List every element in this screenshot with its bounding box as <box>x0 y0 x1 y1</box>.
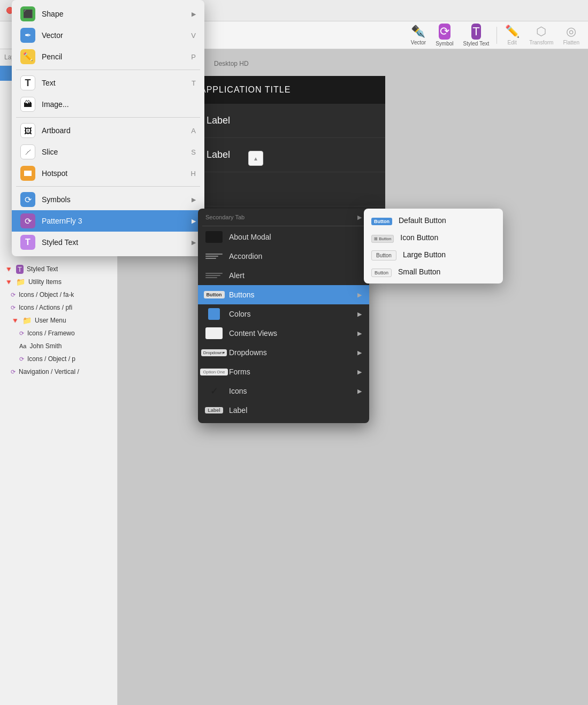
small-btn-inner: Button <box>371 269 392 277</box>
button-icon-inner: Button <box>204 291 225 298</box>
vector-tool-button[interactable]: ✒️ Vector <box>407 22 430 48</box>
secondary-tab-label: Secondary Tab <box>205 214 245 220</box>
menu-item-colors[interactable]: Colors ▶ <box>198 304 369 324</box>
menu-item-image[interactable]: 🏔 Image... <box>12 94 204 115</box>
dropdowns-label: Dropdowns <box>229 348 267 357</box>
menu-item-artboard[interactable]: 🖼 Artboard A <box>12 120 204 141</box>
hotspot-menu-icon <box>20 166 35 181</box>
symbol-icon-fw: ⟳ <box>19 330 24 337</box>
vector-shortcut: V <box>191 32 196 40</box>
menu-item-small-button[interactable]: Button Small Button <box>364 263 503 280</box>
menu-sep-3 <box>16 186 200 187</box>
patternfly-icon: ⟳ <box>25 216 32 226</box>
toolbar-separator-3 <box>497 27 497 44</box>
menu-item-styled-text[interactable]: T Styled Text ▶ <box>12 232 204 253</box>
default-button-icon: Button <box>371 216 392 225</box>
flatten-icon: ◎ <box>566 25 576 39</box>
navigation-vertical-layer[interactable]: ⟳ Navigation / Vertical / <box>0 365 117 378</box>
icons-framework-layer[interactable]: ⟳ Icons / Framewo <box>0 327 117 340</box>
menu-item-shape[interactable]: ⬛ Shape ▶ <box>12 3 204 25</box>
symbol-tool-button[interactable]: ⟳ Symbol <box>431 21 457 49</box>
scroll-up-btn[interactable]: ▲ <box>248 151 263 166</box>
icons-object-p-layer[interactable]: ⟳ Icons / Object / p <box>0 352 117 365</box>
menu-item-slice[interactable]: ⟋ Slice S <box>12 141 204 163</box>
text-shortcut: T <box>192 79 196 87</box>
vector-menu-icon: ✒ <box>20 28 35 43</box>
forms-inner: Option One <box>200 369 228 376</box>
content-white-box <box>205 327 223 339</box>
symbol-icon-nav: ⟳ <box>11 369 16 376</box>
content-views-label: Content Views <box>229 329 277 338</box>
menu-item-hotspot[interactable]: Hotspot H <box>12 163 204 184</box>
icons-arrow: ▶ <box>357 388 362 395</box>
icons-object-fak-layer[interactable]: ⟳ Icons / Object / fa-k <box>0 288 117 301</box>
menu-item-pencil[interactable]: ✏️ Pencil P <box>12 46 204 67</box>
shape-arrow: ▶ <box>192 11 196 18</box>
utility-items-layer[interactable]: 🔻 📁 Utility Items <box>0 275 117 288</box>
pencil-label: Pencil <box>42 52 62 61</box>
menu-item-default-button[interactable]: Button Default Button <box>364 212 503 229</box>
john-smith-label: John Smith <box>29 342 62 350</box>
menu-item-vector[interactable]: ✒ Vector V <box>12 25 204 46</box>
symbol-icon-fak: ⟳ <box>11 292 16 298</box>
app-title: APPLICATION TITLE <box>200 85 291 95</box>
john-smith-layer[interactable]: Aa John Smith <box>0 340 117 352</box>
image-label: Image... <box>42 100 69 109</box>
styled-text-layer[interactable]: 🔻 T Styled Text <box>0 263 117 275</box>
styled-text-layer-icon: 🔻 <box>4 265 13 273</box>
symbols-label: Symbols <box>42 195 71 204</box>
small-button-label: Small Button <box>398 267 440 276</box>
styled-text-tool-button[interactable]: T Styled Text <box>459 21 493 49</box>
menu-item-forms[interactable]: Option One Forms ▶ <box>198 362 369 381</box>
styled-text-arrow: ▶ <box>192 239 196 246</box>
dropdown-inner: Dropdown▾ <box>201 349 227 356</box>
menu-item-patternfly[interactable]: ⟳ PatternFly 3 ▶ <box>12 210 204 232</box>
symbol-icon: ⟳ <box>439 24 450 40</box>
menu-item-symbols[interactable]: ⟳ Symbols ▶ <box>12 189 204 210</box>
menu-item-dropdowns[interactable]: Dropdown▾ Dropdowns ▶ <box>198 343 369 362</box>
styled-text-icon: T <box>471 24 480 40</box>
styled-text-menu-icon-t: T <box>25 237 30 247</box>
menu-item-content-views[interactable]: Content Views ▶ <box>198 324 369 343</box>
menu-item-accordion[interactable]: Accordion <box>198 247 369 266</box>
symbol-label: Symbol <box>436 41 453 47</box>
patternfly-menu-icon: ⟳ <box>20 213 35 228</box>
colors-label: Colors <box>229 310 250 318</box>
label-menu-icon: Label <box>205 404 223 416</box>
checkmark-icon: ✓ <box>210 385 218 397</box>
icons-actions-layer[interactable]: ⟳ Icons / Actions / pfi <box>0 301 117 314</box>
menu-item-text[interactable]: T Text T <box>12 72 204 94</box>
transform-button[interactable]: ⬡ Transform <box>525 22 558 48</box>
flatten-label: Flatten <box>563 40 579 45</box>
artboard-label: Desktop HD <box>214 60 249 67</box>
buttons-icon: Button <box>205 289 223 301</box>
utility-expand-icon: 🔻 <box>4 278 13 286</box>
menu-item-about-modal[interactable]: About Modal <box>198 227 369 247</box>
vector-icon: ✒️ <box>411 25 425 39</box>
menu-sep-1 <box>16 70 200 70</box>
user-menu-label: User Menu <box>35 317 66 324</box>
slice-shortcut: S <box>191 148 196 156</box>
symbols-icon: ⟳ <box>25 195 32 205</box>
menu-item-icons[interactable]: ✓ Icons ▶ <box>198 381 369 401</box>
user-menu-layer[interactable]: 🔻 📁 User Menu <box>0 314 117 327</box>
colors-arrow: ▶ <box>357 311 362 318</box>
menu-item-icon-button[interactable]: ⊞ Button Icon Button <box>364 229 503 246</box>
hotspot-icon <box>23 170 33 177</box>
dropdowns-icon: Dropdown▾ <box>205 347 223 358</box>
secondary-tab-header: Secondary Tab ▶ <box>198 212 369 225</box>
edit-button[interactable]: ✏️ Edit <box>500 22 524 48</box>
menu-item-large-button[interactable]: Button Large Button <box>364 246 503 263</box>
buttons-arrow: ▶ <box>357 292 362 298</box>
styled-text-layer-icon2: T <box>16 265 24 274</box>
menu-item-label[interactable]: Label Label <box>198 401 369 420</box>
menu-item-alert[interactable]: Alert <box>198 266 369 285</box>
menu-item-buttons[interactable]: Button Buttons ▶ <box>198 285 369 304</box>
artboard-shortcut: A <box>191 127 196 135</box>
flatten-button[interactable]: ◎ Flatten <box>559 22 584 48</box>
pencil-icon: ✏️ <box>23 52 33 62</box>
styled-text-layer-label: Styled Text <box>27 265 58 273</box>
accordion-icon <box>205 250 223 262</box>
icons-menu-icon: ✓ <box>205 385 223 397</box>
symbol-icon-op: ⟳ <box>19 356 24 363</box>
